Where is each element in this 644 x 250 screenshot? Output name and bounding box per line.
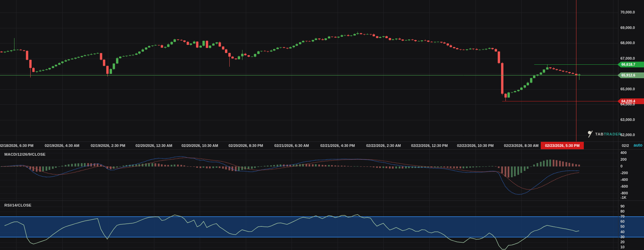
watermark-tab-text: TAB bbox=[595, 132, 604, 136]
rsi-axis-label: 80 bbox=[620, 209, 624, 213]
time-axis-label: 02/20/2026, 10:30 AM bbox=[182, 144, 218, 148]
time-axis-label: 02/20/2026, 12:30 AM bbox=[136, 144, 172, 148]
crosshair-time-badge: 02/23/2026, 5:30 PM bbox=[541, 142, 584, 149]
macd-axis-label: 0 bbox=[620, 164, 622, 168]
trading-chart-app: MACD/12/26/9/CLOSE RSI/14/CLOSE 66,618.7… bbox=[0, 0, 644, 250]
auto-scale-button[interactable]: auto bbox=[634, 143, 642, 148]
time-axis-label: 02/22/2026, 12:30 PM bbox=[411, 144, 448, 148]
rsi-axis-label: 40 bbox=[620, 230, 624, 234]
macd-pane-label: MACD/12/26/9/CLOSE bbox=[4, 152, 45, 156]
price-axis-label: 65,000.0 bbox=[620, 87, 635, 91]
time-axis-label: 02/20/2026, 8:30 PM bbox=[228, 144, 263, 148]
watermark-trader-text: TRADER bbox=[604, 132, 621, 136]
macd-axis-label: -1K bbox=[620, 195, 627, 199]
time-axis-label-partial: 02/2 bbox=[622, 144, 629, 148]
time-axis-label: 02/22/2026, 2:30 AM bbox=[366, 144, 401, 148]
time-axis-label: 02/22/2026, 10:30 PM bbox=[457, 144, 494, 148]
macd-axis-label: 400 bbox=[620, 151, 627, 155]
price-axis-label: 68,000.0 bbox=[620, 41, 635, 45]
macd-axis-label: -400 bbox=[620, 178, 628, 182]
rsi-axis-label: 70 bbox=[620, 214, 624, 218]
rsi-axis-label: 30 bbox=[620, 235, 624, 239]
macd-axis-label: -200 bbox=[620, 171, 628, 175]
tabtrader-logo-icon bbox=[587, 130, 594, 138]
rsi-pane-label: RSI/14/CLOSE bbox=[4, 203, 31, 207]
chart-canvas[interactable] bbox=[0, 0, 644, 250]
time-axis-label: 02/23/2026, 8:30 AM bbox=[504, 144, 539, 148]
price-axis-label: 62,000.0 bbox=[620, 133, 635, 137]
price-axis-label: 67,000.0 bbox=[620, 56, 635, 60]
rsi-axis-label: 20 bbox=[620, 240, 624, 244]
time-axis-label: 02/19/2026, 4:30 AM bbox=[45, 144, 79, 148]
macd-axis-label: -800 bbox=[620, 191, 628, 195]
time-axis-label: 02/21/2026, 6:30 AM bbox=[274, 144, 309, 148]
macd-axis-label: -600 bbox=[620, 184, 628, 188]
time-axis[interactable]: 02/23/2026, 5:30 PM 02/2 auto 02/18/2026… bbox=[0, 142, 644, 149]
rsi-axis-label: 50 bbox=[620, 224, 624, 228]
price-badge-upper-level: 66,618.7 bbox=[617, 62, 644, 67]
price-badge-last-price: 65,912.6 bbox=[617, 72, 644, 78]
tabtrader-watermark: TABTRADER bbox=[587, 130, 621, 138]
time-axis-label: 02/18/2026, 6:30 PM bbox=[0, 144, 33, 148]
price-axis-label: 63,000.0 bbox=[620, 118, 635, 122]
price-axis-label: 64,000.0 bbox=[620, 102, 635, 106]
price-axis-label: 70,000.0 bbox=[620, 10, 635, 14]
time-axis-label: 02/19/2026, 2:30 PM bbox=[91, 144, 125, 148]
time-axis-label: 02/21/2026, 4:30 PM bbox=[320, 144, 355, 148]
rsi-axis-label: 10 bbox=[620, 245, 624, 249]
macd-axis-label: 200 bbox=[620, 157, 627, 161]
price-axis-label: 69,000.0 bbox=[620, 26, 635, 30]
rsi-axis-label: 90 bbox=[620, 204, 624, 208]
rsi-axis-label: 60 bbox=[620, 219, 624, 223]
